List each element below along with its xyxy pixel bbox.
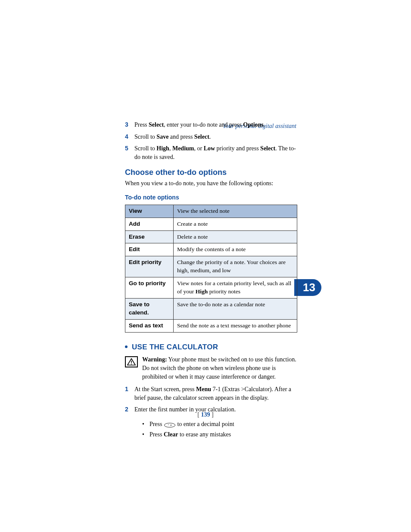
numbered-steps-calculator: 1At the Start screen, press Menu 7-1 (Ex… [125,385,297,414]
bold-text: Select [260,145,275,152]
bold-text: Select [149,121,164,128]
warning-text: Warning: Your phone must be switched on … [142,355,297,381]
content-area: 3Press Select, enter your to-do note and… [125,121,297,442]
step-text: Scroll to High, Medium, or Low priority … [134,144,297,161]
option-description: View notes for a certain priority level,… [174,277,297,299]
table-row: Go to priorityView notes for a certain p… [125,277,297,299]
option-name: Add [125,218,174,230]
chapter-tab: 13 [294,279,321,296]
option-description: Change the priority of a note. Your choi… [174,256,297,277]
table-row: Send as textSend the note as a text mess… [125,319,297,332]
step-number: 4 [125,133,134,141]
numbered-steps-top: 3Press Select, enter your to-do note and… [125,121,297,161]
bold-text: Options [243,121,263,128]
svg-point-1 [131,364,132,364]
step-number: 5 [125,144,134,161]
bold-text: High [156,145,169,152]
section-heading: USE THE CALCULATOR [125,342,297,352]
option-description: Save the to-do note as a calendar note [174,298,297,319]
step-number: 1 [125,385,134,402]
option-name: Send as text [125,319,174,332]
svg-text:#: # [170,424,171,426]
section-heading-text: USE THE CALCULATOR [132,343,218,351]
sub-bullet-list: Press *# to enter a decimal pointPress C… [125,420,297,439]
table-row: Save to calend.Save the to-do note as a … [125,298,297,319]
option-name: Erase [125,230,174,243]
option-description: Delete a note [174,230,297,243]
step-item: 3Press Select, enter your to-do note and… [125,121,297,129]
option-description: View the selected note [174,205,297,218]
warning-icon [125,356,138,367]
phone-key-icon: *# [164,420,176,429]
bold-text: Save [156,134,168,140]
option-name: Edit priority [125,256,174,277]
list-item: Press Clear to erase any mistakes [142,430,297,439]
warning-block: Warning: Your phone must be switched on … [125,355,297,381]
page-number: 139 [201,411,210,418]
list-item: Press *# to enter a decimal point [142,420,297,429]
option-description: Send the note as a text message to anoth… [174,319,297,332]
table-row: EraseDelete a note [125,230,297,243]
option-name: View [125,205,174,218]
bold-text: Menu [196,386,211,392]
bold-text: High [196,288,208,295]
step-item: 4Scroll to Save and press Select. [125,133,297,141]
table-row: Edit priorityChange the priority of a no… [125,256,297,277]
step-text: At the Start screen, press Menu 7-1 (Ext… [134,385,297,402]
table-title: To-do note options [125,193,297,202]
warning-label: Warning: [142,356,167,363]
manual-page: Your personal digital assistant 13 3Pres… [0,0,411,532]
bold-text: Clear [164,431,178,438]
step-number: 3 [125,121,134,129]
svg-text:*: * [168,424,169,426]
option-description: Modify the contents of a note [174,243,297,256]
step-item: 5Scroll to High, Medium, or Low priority… [125,144,297,161]
bold-text: Low [204,145,215,152]
page-footer: [ 139 ] [0,411,411,418]
subheading: Choose other to-do options [125,167,297,178]
table-row: EditModify the contents of a note [125,243,297,256]
options-table: ViewView the selected noteAddCreate a no… [125,205,297,333]
step-text: Press Select, enter your to-do note and … [134,121,297,129]
table-row: ViewView the selected note [125,205,297,218]
svg-point-2 [164,423,175,427]
bold-text: Select [194,134,209,140]
step-item: 1At the Start screen, press Menu 7-1 (Ex… [125,385,297,402]
bold-text: Medium [172,145,194,152]
option-name: Edit [125,243,174,256]
sub-intro-text: When you view a to-do note, you have the… [125,179,297,188]
table-row: AddCreate a note [125,218,297,230]
bullet-icon [125,345,128,348]
option-name: Save to calend. [125,298,174,319]
option-name: Go to priority [125,277,174,299]
step-text: Scroll to Save and press Select. [134,133,297,141]
option-description: Create a note [174,218,297,230]
